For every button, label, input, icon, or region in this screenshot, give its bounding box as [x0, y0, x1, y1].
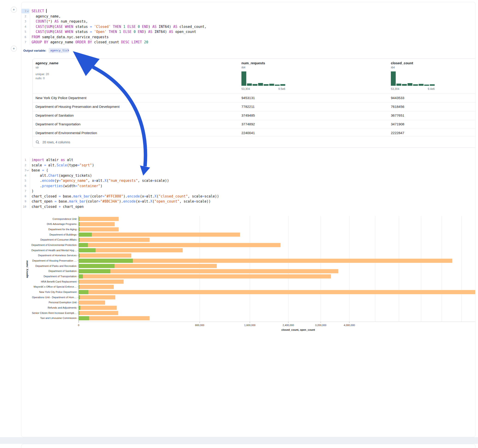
code-line[interactable]: 3 COUNT(*) AS num_requests,: [21, 19, 207, 24]
chart-bar-closed_count: [79, 285, 114, 289]
python-editor[interactable]: 1import altair as alt2scale = alt.Scale(…: [21, 157, 219, 209]
output-variable-label: Output variable:: [23, 49, 46, 52]
histogram-range-labels: 53,3049.5e6: [241, 87, 285, 91]
table-cell: Department of Transportation: [33, 120, 239, 129]
code-line[interactable]: 10chart_closed + chart_open: [21, 204, 219, 210]
output-variable-chip[interactable]: agency_tickets: [49, 48, 69, 53]
code-line[interactable]: 3base = (: [21, 168, 219, 173]
y-axis-label: Department of Transportation: [44, 275, 76, 278]
y-axis-label: Department of Parks and Recreation: [35, 265, 76, 267]
notebook-page: + + 1SELECT 2 agency_name,3 COUNT(*) AS …: [0, 0, 478, 448]
column-header-closed_count[interactable]: closed_counti6453,3049.4e6: [388, 59, 475, 93]
code-line[interactable]: 9chart_open = base.mark_bar(color="#8BC3…: [21, 199, 219, 204]
code-text[interactable]: COUNT(*) AS num_requests,: [30, 19, 88, 24]
code-line[interactable]: 4 alt.Chart(agency_tickets): [21, 173, 219, 178]
code-text[interactable]: ): [30, 188, 34, 194]
chart: Correspondence UnitDHS Advantage Program…: [21, 213, 475, 337]
code-text[interactable]: .encode(y="agency_name", x=alt.X("num_re…: [30, 178, 169, 183]
line-number: 4: [21, 25, 29, 29]
y-axis-label: Department of Health and Mental Hyg…: [31, 249, 76, 252]
add-cell-button-middle[interactable]: +: [11, 46, 17, 52]
code-text[interactable]: GROUP BY agency_name ORDER BY closed_cou…: [30, 40, 148, 45]
chart-bar-closed_count: [79, 222, 115, 226]
table-cell: 9453131: [239, 94, 388, 102]
x-axis-label: 4,000,000: [344, 324, 355, 327]
fold-chevron-icon[interactable]: [27, 169, 29, 171]
table-row[interactable]: Department of Housing Preservation and D…: [33, 102, 475, 111]
x-axis-label: 2,400,000: [283, 324, 294, 327]
code-line[interactable]: 1SELECT: [21, 8, 207, 14]
y-axis-label: DHS Advantage Programs: [47, 223, 77, 225]
y-axis-label: Department for the Aging: [48, 228, 76, 231]
line-number: 6: [21, 184, 29, 188]
chart-bar-open_count: [79, 254, 80, 258]
column-stats: unique: 20nulls: 0: [36, 72, 239, 81]
table-row[interactable]: Department of Transportation377489234719…: [33, 120, 475, 129]
chart-bar-closed_count: [79, 306, 117, 310]
table-cell: Department of Housing Preservation and D…: [33, 103, 239, 111]
code-line[interactable]: 5 CAST(SUM(CASE WHEN status = 'Open' THE…: [21, 29, 207, 35]
line-number: 2: [21, 14, 29, 19]
y-axis-label: Department of Consumer Affairs: [40, 238, 76, 241]
column-header-agency_name[interactable]: agency_namestrunique: 20nulls: 0: [33, 59, 239, 93]
table-row[interactable]: Department of Sanitation37494853677651: [33, 111, 475, 120]
code-line[interactable]: 5 .encode(y="agency_name", x=alt.X("num_…: [21, 178, 219, 183]
y-axis-label: Department of Homeless Services: [38, 254, 76, 257]
chart-bar-open_count: [79, 264, 115, 268]
y-axis-label: Refunds and Adjustments: [48, 306, 77, 309]
y-axis-label: New York City Police Department: [39, 291, 76, 293]
y-axis-label: Personal Exemption Unit: [49, 301, 76, 304]
next-cell-panel: [21, 444, 475, 448]
code-line[interactable]: 6 .properties(width="container"): [21, 183, 219, 189]
code-text[interactable]: SELECT: [30, 8, 47, 14]
column-name: closed_count: [391, 61, 475, 65]
chart-bar-open_count: [79, 259, 133, 263]
table-header: agency_namestrunique: 20nulls: 0num_requ…: [33, 59, 475, 93]
code-text[interactable]: alt.Chart(agency_tickets): [30, 173, 92, 178]
search-icon[interactable]: [36, 140, 40, 144]
chart-bar-open_count: [79, 316, 89, 320]
chart-bar-closed_count: [79, 280, 124, 284]
code-text[interactable]: CAST(SUM(CASE WHEN status = 'Closed' THE…: [30, 24, 207, 30]
code-line[interactable]: 7GROUP BY agency_name ORDER BY closed_co…: [21, 40, 207, 45]
column-histogram: [391, 71, 435, 86]
chart-bar-open_count: [79, 295, 80, 299]
code-line[interactable]: 7): [21, 188, 219, 194]
chart-bar-open_count: [79, 243, 88, 247]
fold-chevron-icon[interactable]: [27, 10, 29, 12]
table-row[interactable]: New York City Police Department945313194…: [33, 93, 475, 102]
code-line[interactable]: 2scale = alt.Scale(type="sqrt"): [21, 163, 219, 168]
line-number: 10: [21, 204, 29, 209]
output-variable-row: Output variable: agency_tickets: [23, 48, 69, 53]
code-text[interactable]: .properties(width="container"): [30, 183, 102, 189]
chart-bar-closed_count: [79, 243, 281, 247]
column-header-num_requests[interactable]: num_requestsi6453,3049.5e6: [239, 59, 388, 93]
code-text[interactable]: chart_closed = base.mark_bar(color="#FFC…: [30, 194, 219, 199]
column-type: str: [36, 66, 239, 69]
code-line[interactable]: 1import altair as alt: [21, 157, 219, 163]
code-text[interactable]: agency_name,: [30, 14, 61, 19]
line-number: 1: [21, 9, 29, 13]
code-text[interactable]: import altair as alt: [30, 157, 73, 163]
chart-bar-closed_count: [79, 295, 115, 299]
table-body: New York City Police Department945313194…: [33, 93, 475, 137]
column-name: num_requests: [241, 61, 388, 65]
code-text[interactable]: FROM sample_data.nyc.service_requests: [30, 35, 109, 40]
code-line[interactable]: 6FROM sample_data.nyc.service_requests: [21, 35, 207, 40]
code-text[interactable]: base = (: [30, 168, 48, 173]
code-text[interactable]: CAST(SUM(CASE WHEN status = 'Open' THEN …: [30, 29, 196, 35]
chart-bar-open_count: [79, 269, 110, 273]
y-axis-label: Mayorâ€ s Office of Special Enforce…: [34, 285, 76, 288]
code-line[interactable]: 4 CAST(SUM(CASE WHEN status = 'Closed' T…: [21, 24, 207, 30]
code-text[interactable]: chart_closed + chart_open: [30, 204, 84, 210]
sql-editor[interactable]: 1SELECT 2 agency_name,3 COUNT(*) AS num_…: [21, 8, 207, 45]
column-name: agency_name: [36, 61, 239, 65]
line-number: 7: [21, 40, 29, 44]
code-text[interactable]: scale = alt.Scale(type="sqrt"): [30, 163, 94, 168]
row-count-label: 20 rows, 4 columns: [42, 140, 70, 144]
chart-bar-closed_count: [79, 238, 150, 242]
add-cell-button-top[interactable]: +: [11, 7, 17, 13]
code-line[interactable]: 8chart_closed = base.mark_bar(color="#FF…: [21, 194, 219, 199]
code-line[interactable]: 2 agency_name,: [21, 14, 207, 19]
code-text[interactable]: chart_open = base.mark_bar(color="#8BC34…: [30, 199, 211, 204]
